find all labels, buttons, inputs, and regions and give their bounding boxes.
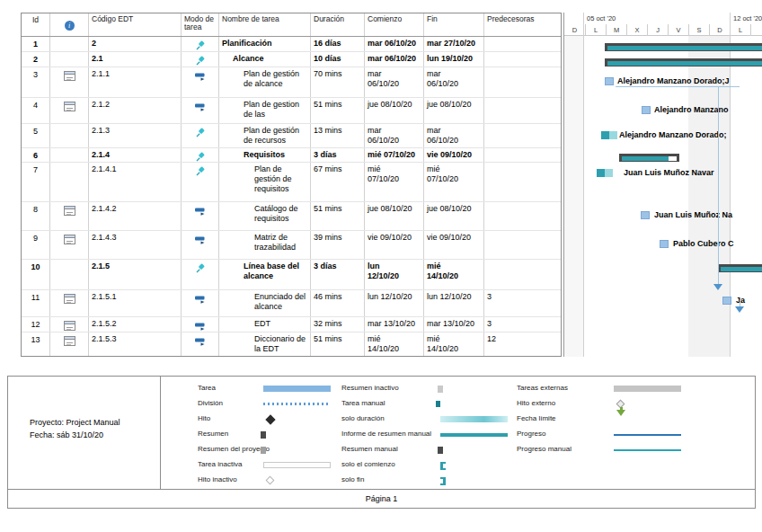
day-label[interactable]	[750, 24, 762, 36]
cell-task-mode[interactable]	[182, 260, 219, 289]
cell-task-id[interactable]: 11	[22, 290, 50, 316]
col-header-modo-tarea[interactable]: Modo de tarea	[182, 13, 219, 36]
cell-duracion[interactable]: 10 días	[311, 52, 365, 66]
task-row[interactable]: 32.1.1Plan de gestión de alcance70 minsm…	[22, 67, 561, 98]
cell-fin[interactable]: jue 08/10/20	[424, 202, 484, 230]
col-header-comienzo[interactable]: Comienzo	[365, 13, 424, 36]
cell-duracion[interactable]: 39 mins	[311, 231, 365, 259]
cell-codigo-edt[interactable]: 2.1.5.2	[89, 317, 182, 332]
cell-task-mode[interactable]	[182, 231, 219, 259]
col-header-codigo-edt[interactable]: Código EDT	[89, 13, 182, 36]
gantt-bar-task[interactable]	[641, 211, 650, 219]
cell-task-id[interactable]: 12	[22, 317, 50, 332]
cell-codigo-edt[interactable]: 2.1.1	[89, 67, 182, 97]
cell-task-id[interactable]: 7	[22, 163, 50, 201]
day-label[interactable]: D	[564, 24, 585, 36]
cell-comienzo[interactable]: lun 12/10/20	[365, 260, 424, 289]
cell-fin[interactable]: mié 07/10/20	[424, 163, 484, 201]
day-label[interactable]: V	[668, 24, 688, 36]
cell-predecesoras[interactable]: 3	[484, 290, 561, 316]
task-row[interactable]: 52.1.3Plan de gestión de recursos13 mins…	[22, 124, 561, 148]
task-row[interactable]: 102.1.5Línea base del alcance3 díaslun 1…	[22, 260, 561, 290]
task-row[interactable]: 82.1.4.2Catálogo de requisitos51 minsjue…	[22, 202, 561, 231]
cell-indicators[interactable]	[50, 260, 89, 289]
gantt-bar-summary[interactable]	[605, 43, 762, 51]
cell-codigo-edt[interactable]: 2.1	[89, 52, 182, 66]
cell-task-name[interactable]: Catálogo de requisitos	[219, 202, 311, 230]
cell-predecesoras[interactable]	[484, 202, 561, 230]
cell-task-name[interactable]: Alcance	[219, 52, 311, 66]
cell-fin[interactable]: mié 14/10/20	[424, 332, 484, 357]
cell-codigo-edt[interactable]: 2.1.2	[89, 98, 182, 123]
cell-comienzo[interactable]: mar 13/10/20	[365, 317, 424, 332]
cell-codigo-edt[interactable]: 2.1.5.3	[89, 332, 182, 357]
cell-task-name[interactable]: Planificación	[219, 37, 311, 51]
cell-predecesoras[interactable]	[484, 98, 561, 123]
cell-indicators[interactable]	[50, 317, 89, 332]
cell-task-mode[interactable]	[182, 202, 219, 230]
task-row[interactable]: 132.1.5.3Diccionario de la EDT51 minsmié…	[22, 332, 561, 357]
cell-task-name[interactable]: Plan de gestión de alcance	[219, 67, 311, 97]
cell-duracion[interactable]: 51 mins	[311, 98, 365, 123]
task-row[interactable]: 72.1.4.1Plan de gestión de requisitos67 …	[22, 163, 561, 202]
cell-task-id[interactable]: 8	[22, 202, 50, 230]
day-label[interactable]: M	[606, 24, 626, 36]
cell-duracion[interactable]: 3 días	[311, 260, 365, 289]
cell-task-mode[interactable]	[182, 332, 219, 357]
cell-task-mode[interactable]	[182, 317, 219, 332]
day-label[interactable]: L	[585, 24, 606, 36]
cell-duracion[interactable]: 3 días	[311, 148, 365, 162]
col-header-duracion[interactable]: Duración	[311, 13, 365, 36]
cell-indicators[interactable]	[50, 163, 89, 201]
cell-task-name[interactable]: Enunciado del alcance	[219, 290, 311, 316]
cell-task-name[interactable]: Diccionario de la EDT	[219, 332, 311, 357]
cell-task-mode[interactable]	[182, 98, 219, 123]
cell-codigo-edt[interactable]: 2.1.4	[89, 148, 182, 162]
cell-predecesoras[interactable]	[484, 260, 561, 289]
cell-task-name[interactable]: Requisitos	[219, 148, 311, 162]
cell-task-id[interactable]: 10	[22, 260, 50, 289]
day-label[interactable]: D	[709, 24, 730, 36]
cell-indicators[interactable]	[50, 332, 89, 357]
cell-indicators[interactable]	[50, 202, 89, 230]
cell-comienzo[interactable]: mar 06/10/20	[365, 67, 424, 97]
cell-fin[interactable]: mar 06/10/20	[424, 124, 484, 147]
cell-indicators[interactable]	[50, 231, 89, 259]
task-row[interactable]: 112.1.5.1Enunciado del alcance46 minslun…	[22, 290, 561, 317]
cell-duracion[interactable]: 16 días	[311, 37, 365, 51]
cell-task-name[interactable]: Plan de gestión de requisitos	[219, 163, 311, 201]
gantt-bar-task[interactable]	[722, 297, 731, 305]
cell-task-name[interactable]: Plan de gestión de recursos	[219, 124, 311, 147]
cell-comienzo[interactable]: jue 08/10/20	[365, 202, 424, 230]
cell-duracion[interactable]: 67 mins	[311, 163, 365, 201]
cell-predecesoras[interactable]	[484, 67, 561, 97]
cell-fin[interactable]: jue 08/10/20	[424, 98, 484, 123]
cell-task-mode[interactable]	[182, 52, 219, 66]
cell-indicators[interactable]	[50, 67, 89, 97]
day-label[interactable]: L	[730, 24, 750, 36]
cell-duracion[interactable]: 51 mins	[311, 202, 365, 230]
gantt-bar-summary[interactable]	[718, 264, 762, 272]
cell-task-mode[interactable]	[182, 290, 219, 316]
gantt-bar-task[interactable]	[642, 106, 651, 114]
col-header-indicators[interactable]: i	[50, 13, 89, 36]
gantt-bar-summary[interactable]	[619, 154, 679, 162]
cell-comienzo[interactable]: mar 06/10/20	[365, 37, 424, 51]
cell-task-id[interactable]: 5	[22, 124, 50, 147]
cell-task-mode[interactable]	[182, 67, 219, 97]
task-row[interactable]: 22.1Alcance10 díasmar 06/10/20lun 19/10/…	[22, 52, 561, 67]
cell-predecesoras[interactable]	[484, 231, 561, 259]
cell-task-name[interactable]: Línea base del alcance	[219, 260, 311, 289]
cell-indicators[interactable]	[50, 52, 89, 66]
cell-codigo-edt[interactable]: 2.1.5.1	[89, 290, 182, 316]
cell-codigo-edt[interactable]: 2.1.4.3	[89, 231, 182, 259]
cell-codigo-edt[interactable]: 2.1.4.2	[89, 202, 182, 230]
cell-task-id[interactable]: 9	[22, 231, 50, 259]
gantt-bar-summary[interactable]	[605, 58, 762, 66]
col-header-predecesoras[interactable]: Predecesoras	[484, 13, 561, 36]
cell-comienzo[interactable]: mar 06/10/20	[365, 52, 424, 66]
cell-fin[interactable]: mar 13/10/20	[424, 317, 484, 332]
cell-task-id[interactable]: 6	[22, 148, 50, 162]
cell-duracion[interactable]: 51 mins	[311, 332, 365, 357]
cell-comienzo[interactable]: mié 07/10/20	[365, 163, 424, 201]
